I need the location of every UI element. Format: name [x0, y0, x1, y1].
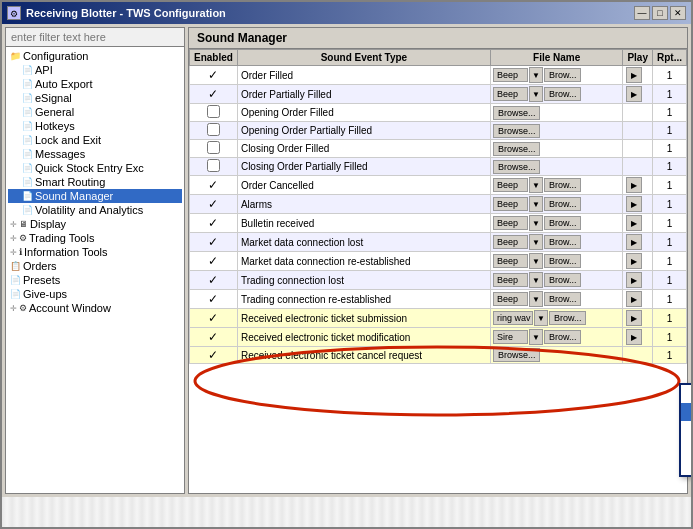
checkbox[interactable]	[207, 141, 220, 154]
check-mark[interactable]: ✓	[208, 311, 218, 325]
filename-cell: Browse...	[490, 122, 622, 140]
check-mark[interactable]: ✓	[208, 68, 218, 82]
dropdown-arrow-button[interactable]: ▼	[529, 272, 543, 288]
rpt-cell: 1	[653, 66, 687, 85]
maximize-button[interactable]: □	[652, 6, 668, 20]
play-button[interactable]: ▶	[626, 67, 642, 83]
check-mark[interactable]: ✓	[208, 348, 218, 362]
table-row: ✓Received electronic ticket cancel reque…	[190, 347, 687, 364]
browse-button[interactable]: Browse...	[493, 106, 541, 120]
filename-cell: Beep▼Brow...	[490, 233, 622, 252]
sidebar-item-soundmanager[interactable]: 📄 Sound Manager	[8, 189, 182, 203]
browse-button[interactable]: Brow...	[544, 178, 582, 192]
sidebar-item-messages[interactable]: 📄 Messages	[8, 147, 182, 161]
dropdown-item-doublebell[interactable]: Double Bell	[681, 403, 691, 421]
sidebar-item-infotools[interactable]: ✛ ℹ Information Tools	[8, 245, 182, 259]
sidebar-item-giveups[interactable]: 📄 Give-ups	[8, 287, 182, 301]
play-button[interactable]: ▶	[626, 272, 642, 288]
checkbox[interactable]	[207, 159, 220, 172]
browse-button[interactable]: Brow...	[544, 68, 582, 82]
sidebar-item-orders[interactable]: 📋 Orders	[8, 259, 182, 273]
sidebar-item-configuration[interactable]: 📁 Configuration	[8, 49, 182, 63]
sidebar-item-accountwindow[interactable]: ✛ ⚙ Account Window	[8, 301, 182, 315]
sidebar-item-presets[interactable]: 📄 Presets	[8, 273, 182, 287]
browse-button[interactable]: Brow...	[544, 292, 582, 306]
dropdown-arrow-button[interactable]: ▼	[529, 253, 543, 269]
rpt-cell: 1	[653, 214, 687, 233]
sidebar-item-esignal[interactable]: 📄 eSignal	[8, 91, 182, 105]
play-button[interactable]: ▶	[626, 253, 642, 269]
dropdown-arrow-button[interactable]: ▼	[529, 196, 543, 212]
play-button[interactable]: ▶	[626, 310, 642, 326]
col-rpt: Rpt...	[653, 50, 687, 66]
doc-icon: 📄	[22, 107, 33, 117]
event-cell: Trading connection lost	[237, 271, 490, 290]
browse-button[interactable]: Brow...	[544, 87, 582, 101]
play-cell	[623, 158, 653, 176]
play-button[interactable]: ▶	[626, 329, 642, 345]
sidebar-item-hotkeys[interactable]: 📄 Hotkeys	[8, 119, 182, 133]
check-mark[interactable]: ✓	[208, 235, 218, 249]
check-mark[interactable]: ✓	[208, 87, 218, 101]
minimize-button[interactable]: —	[634, 6, 650, 20]
play-button[interactable]: ▶	[626, 177, 642, 193]
browse-button[interactable]: Brow...	[544, 235, 582, 249]
browse-button[interactable]: Brow...	[544, 273, 582, 287]
browse-button[interactable]: Browse...	[493, 142, 541, 156]
check-mark[interactable]: ✓	[208, 254, 218, 268]
dropdown-arrow-button[interactable]: ▼	[529, 329, 543, 345]
dropdown-item-siren[interactable]: Siren	[681, 439, 691, 457]
dropdown-item-chime[interactable]: Chime	[681, 457, 691, 475]
check-mark[interactable]: ✓	[208, 330, 218, 344]
check-mark[interactable]: ✓	[208, 178, 218, 192]
title-bar: ⚙ Receiving Blotter - TWS Configuration …	[2, 2, 691, 24]
dropdown-arrow-button[interactable]: ▼	[529, 215, 543, 231]
dropdown-arrow-button[interactable]: ▼	[529, 67, 543, 83]
browse-button[interactable]: Brow...	[544, 254, 582, 268]
checkbox[interactable]	[207, 105, 220, 118]
sidebar-item-display[interactable]: ✛ 🖥 Display	[8, 217, 182, 231]
dropdown-item-bell[interactable]: Bell	[681, 385, 691, 403]
browse-button[interactable]: Browse...	[493, 160, 541, 174]
checkbox[interactable]	[207, 123, 220, 136]
browse-button[interactable]: Browse...	[493, 348, 541, 362]
sidebar-item-api[interactable]: 📄 API	[8, 63, 182, 77]
play-button[interactable]: ▶	[626, 86, 642, 102]
filename-cell: Browse...	[490, 140, 622, 158]
event-cell: Trading connection re-established	[237, 290, 490, 309]
col-play: Play	[623, 50, 653, 66]
filename-cell: ring wav▼Brow...	[490, 309, 622, 328]
sidebar-item-volatility[interactable]: 📄 Volatility and Analytics	[8, 203, 182, 217]
check-mark[interactable]: ✓	[208, 273, 218, 287]
check-mark[interactable]: ✓	[208, 216, 218, 230]
sidebar-item-lockandexit[interactable]: 📄 Lock and Exit	[8, 133, 182, 147]
drag-icon: ✛	[10, 304, 17, 313]
dropdown-arrow-button[interactable]: ▼	[534, 310, 548, 326]
play-button[interactable]: ▶	[626, 291, 642, 307]
dropdown-arrow-button[interactable]: ▼	[529, 177, 543, 193]
check-mark[interactable]: ✓	[208, 292, 218, 306]
table-row: ✓AlarmsBeep▼Brow...▶1	[190, 195, 687, 214]
sidebar-item-autoexport[interactable]: 📄 Auto Export	[8, 77, 182, 91]
browse-button[interactable]: Brow...	[544, 197, 582, 211]
browse-button[interactable]: Browse...	[493, 124, 541, 138]
sidebar-item-quickstock[interactable]: 📄 Quick Stock Entry Exc	[8, 161, 182, 175]
browse-button[interactable]: Brow...	[544, 330, 582, 344]
sidebar-item-general[interactable]: 📄 General	[8, 105, 182, 119]
play-button[interactable]: ▶	[626, 196, 642, 212]
browse-button[interactable]: Brow...	[544, 216, 582, 230]
play-button[interactable]: ▶	[626, 234, 642, 250]
play-cell: ▶	[623, 195, 653, 214]
close-button[interactable]: ✕	[670, 6, 686, 20]
dropdown-arrow-button[interactable]: ▼	[529, 234, 543, 250]
check-mark[interactable]: ✓	[208, 197, 218, 211]
dropdown-arrow-button[interactable]: ▼	[529, 86, 543, 102]
play-button[interactable]: ▶	[626, 215, 642, 231]
dropdown-arrow-button[interactable]: ▼	[529, 291, 543, 307]
sidebar-item-tradingtools[interactable]: ✛ ⚙ Trading Tools	[8, 231, 182, 245]
browse-button[interactable]: Brow...	[549, 311, 587, 325]
dropdown-item-alarmclock[interactable]: Alarm Clock	[681, 421, 691, 439]
sidebar-item-smartrouting[interactable]: 📄 Smart Routing	[8, 175, 182, 189]
filter-input[interactable]	[6, 28, 184, 47]
tools-icon: ⚙	[19, 233, 27, 243]
